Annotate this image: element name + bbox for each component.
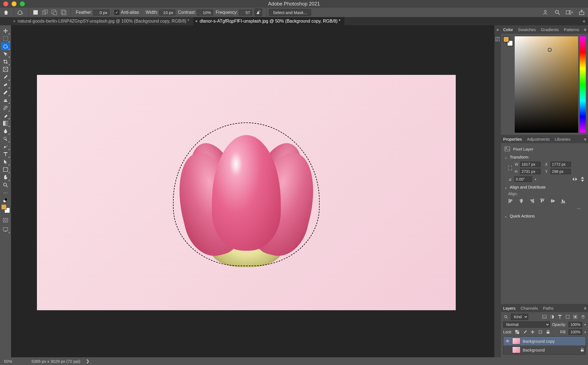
lock-position-icon[interactable] bbox=[530, 329, 535, 335]
home-button[interactable] bbox=[2, 9, 10, 16]
saturation-value-picker[interactable] bbox=[515, 36, 578, 133]
blur-tool[interactable] bbox=[1, 127, 10, 135]
dodge-tool[interactable] bbox=[1, 135, 10, 143]
align-bottom-icon[interactable] bbox=[560, 198, 566, 204]
align-right-icon[interactable] bbox=[529, 198, 535, 204]
transform-w-input[interactable] bbox=[520, 162, 541, 167]
fg-swatch[interactable] bbox=[503, 36, 509, 42]
antialias-checkbox[interactable] bbox=[114, 10, 119, 15]
pen-pressure-toggle[interactable] bbox=[254, 9, 262, 16]
tab-patterns[interactable]: Patterns bbox=[564, 27, 579, 32]
filter-search-icon[interactable] bbox=[503, 314, 509, 320]
tab-swatches[interactable]: Swatches bbox=[518, 27, 536, 32]
align-left-icon[interactable] bbox=[508, 198, 514, 204]
document-dimensions[interactable]: 5385 px x 3029 px (72 ppi) bbox=[31, 359, 80, 364]
panel-menu-icon[interactable]: ≡ bbox=[584, 306, 586, 310]
tab-layers[interactable]: Layers bbox=[503, 306, 516, 310]
type-tool[interactable] bbox=[1, 150, 10, 158]
filter-adjustment-icon[interactable] bbox=[549, 314, 555, 320]
subtract-selection-mode[interactable] bbox=[51, 9, 58, 16]
canvas-area[interactable] bbox=[11, 25, 494, 357]
layer-row[interactable]: 👁 Background copy bbox=[503, 337, 586, 345]
color-panel-fgbg[interactable] bbox=[503, 36, 513, 46]
zoom-tool[interactable] bbox=[1, 181, 10, 189]
select-and-mask-button[interactable]: Select and Mask... bbox=[269, 9, 311, 16]
align-section-header[interactable]: Align and Distribute bbox=[504, 185, 585, 189]
lasso-tool[interactable] bbox=[1, 42, 10, 50]
align-top-icon[interactable] bbox=[540, 198, 545, 204]
align-hcenter-icon[interactable] bbox=[519, 198, 524, 204]
add-selection-mode[interactable] bbox=[41, 9, 48, 16]
filter-type-icon[interactable] bbox=[557, 314, 563, 320]
fill-value[interactable]: 100% bbox=[568, 329, 582, 335]
quickmask-mode-button[interactable] bbox=[1, 216, 10, 224]
lock-image-icon[interactable] bbox=[522, 329, 528, 335]
layer-name[interactable]: Background bbox=[523, 348, 545, 352]
lock-artboard-icon[interactable] bbox=[538, 329, 543, 335]
crop-tool[interactable] bbox=[1, 58, 10, 66]
visibility-toggle-icon[interactable]: 👁 bbox=[505, 339, 510, 344]
screen-mode-button[interactable] bbox=[1, 226, 10, 233]
hand-tool[interactable] bbox=[1, 173, 10, 181]
panel-menu-icon[interactable]: ≡ bbox=[584, 27, 586, 32]
tab-libraries[interactable]: Libraries bbox=[555, 137, 571, 141]
foreground-color-swatch[interactable] bbox=[1, 204, 7, 210]
tab-gradients[interactable]: Gradients bbox=[541, 27, 559, 32]
filter-pixel-icon[interactable] bbox=[542, 314, 547, 320]
document-tab[interactable]: × natural-goods-berlin-L6NP4ZGnpSY-unspl… bbox=[11, 17, 193, 25]
history-panel-icon[interactable] bbox=[495, 36, 500, 42]
close-window-button[interactable] bbox=[3, 1, 8, 6]
transform-x-input[interactable] bbox=[551, 162, 571, 167]
marquee-tool[interactable] bbox=[1, 35, 10, 42]
transform-angle-input[interactable] bbox=[514, 176, 532, 182]
link-wh-icon[interactable] bbox=[508, 165, 512, 171]
align-vcenter-icon[interactable] bbox=[550, 198, 555, 204]
eraser-tool[interactable] bbox=[1, 112, 10, 119]
lock-all-icon[interactable] bbox=[545, 329, 551, 335]
tab-paths[interactable]: Paths bbox=[543, 306, 553, 310]
transform-h-input[interactable] bbox=[520, 169, 541, 174]
flip-vertical-icon[interactable] bbox=[580, 176, 585, 182]
opacity-value[interactable]: 100% bbox=[568, 322, 582, 327]
default-colors-icon[interactable] bbox=[1, 198, 10, 203]
collapse-tabs-icon[interactable]: « bbox=[580, 17, 588, 25]
hue-slider[interactable] bbox=[580, 36, 586, 133]
maximize-window-button[interactable] bbox=[20, 1, 25, 6]
tab-adjustments[interactable]: Adjustments bbox=[527, 137, 550, 141]
width-input[interactable] bbox=[159, 10, 175, 15]
status-more-icon[interactable]: ❯ bbox=[86, 359, 90, 364]
frequency-input[interactable] bbox=[239, 10, 252, 15]
layer-thumbnail[interactable] bbox=[512, 347, 520, 353]
frame-tool[interactable] bbox=[1, 66, 10, 73]
current-tool-icon[interactable] bbox=[16, 9, 24, 16]
expand-panels-icon[interactable]: » bbox=[495, 27, 500, 32]
document-tab[interactable]: × dlanor-s-ATgfRqpFfFI-unsplash.jpg @ 50… bbox=[193, 17, 344, 25]
quick-selection-tool[interactable] bbox=[1, 50, 10, 58]
tab-properties[interactable]: Properties bbox=[503, 137, 522, 141]
clone-stamp-tool[interactable] bbox=[1, 96, 10, 104]
healing-brush-tool[interactable] bbox=[1, 81, 10, 89]
more-options-icon[interactable]: ⋯ bbox=[577, 206, 585, 211]
gradient-tool[interactable] bbox=[1, 119, 10, 127]
workspace-icon[interactable]: ▾ bbox=[566, 9, 573, 16]
brush-tool[interactable] bbox=[1, 89, 10, 96]
close-tab-icon[interactable]: × bbox=[13, 19, 15, 23]
pen-tool[interactable] bbox=[1, 143, 10, 150]
move-tool[interactable] bbox=[1, 27, 10, 35]
minimize-window-button[interactable] bbox=[12, 1, 17, 6]
foreground-background-colors[interactable] bbox=[1, 204, 10, 213]
share-icon[interactable] bbox=[578, 9, 585, 16]
transform-section-header[interactable]: Transform bbox=[504, 155, 585, 159]
filter-smart-icon[interactable] bbox=[573, 314, 578, 320]
new-selection-mode[interactable] bbox=[32, 9, 39, 16]
history-brush-tool[interactable] bbox=[1, 104, 10, 112]
edit-toolbar-button[interactable]: ⋯ bbox=[1, 189, 10, 197]
layer-filter-select[interactable]: Kind bbox=[511, 314, 528, 320]
quick-actions-header[interactable]: Quick Actions bbox=[504, 214, 585, 218]
path-selection-tool[interactable] bbox=[1, 158, 10, 166]
artboard[interactable] bbox=[37, 75, 456, 310]
transform-y-input[interactable] bbox=[551, 169, 571, 174]
close-tab-icon[interactable]: × bbox=[195, 19, 198, 23]
eyedropper-tool[interactable] bbox=[1, 73, 10, 81]
panel-menu-icon[interactable]: ≡ bbox=[584, 137, 586, 141]
